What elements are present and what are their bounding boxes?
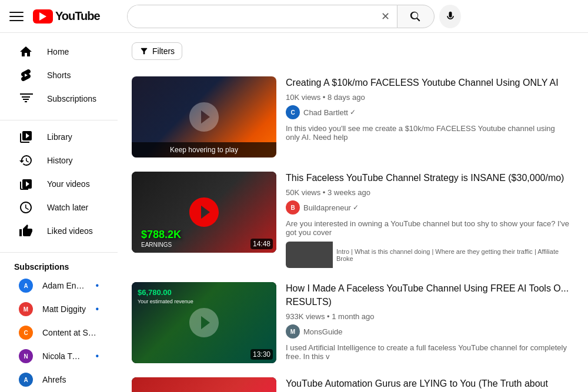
sidebar-divider-2 xyxy=(0,252,118,253)
channel-name-1: Chad Bartlett ✓ xyxy=(303,108,356,117)
youtube-wordmark: YouTube xyxy=(55,9,100,23)
video-info-3: How I Made A Faceless YouTube Channel Us… xyxy=(286,282,574,363)
duration-badge-3: 13:30 xyxy=(250,349,273,360)
mic-button[interactable] xyxy=(439,5,461,28)
clear-search-button[interactable]: ✕ xyxy=(373,5,397,28)
sidebar-item-liked-videos-label: Liked videos xyxy=(47,226,93,236)
subscription-avatar-adam-enfroy: A xyxy=(19,279,33,293)
video-item[interactable]: Keep hovering to play Creating A $10k/mo… xyxy=(132,69,574,165)
sidebar-nav-section: Home Shorts Subscriptions xyxy=(0,40,118,115)
search-input[interactable]: faceless youtube channel xyxy=(128,5,373,28)
library-icon xyxy=(19,130,33,144)
your-videos-icon xyxy=(19,177,33,191)
sidebar-item-subscriptions-label: Subscriptions xyxy=(47,94,96,103)
subscription-dot-adam-enfroy: • xyxy=(95,280,99,291)
video-desc-3: I used Artificial Intelligence to create… xyxy=(286,343,569,361)
video-desc-1: In this video you'll see me create a $10… xyxy=(286,124,569,142)
sidebar-item-home[interactable]: Home xyxy=(5,40,113,63)
subscription-item-nicola-tweed[interactable]: N Nicola Tweed • xyxy=(5,344,113,368)
subscription-avatar-content-at-scale: C xyxy=(19,326,33,340)
subscription-avatar-matt-diggity: M xyxy=(19,302,33,316)
video-info-4: YouTube Automation Gurus are LYING to Yo… xyxy=(286,377,574,392)
sidebar-item-history[interactable]: History xyxy=(5,149,113,172)
verified-icon-2: ✓ xyxy=(353,203,359,212)
channel-avatar-1: C xyxy=(286,105,300,119)
subscription-name-nicola-tweed: Nicola Tweed xyxy=(42,351,86,361)
subscription-dot-matt-diggity: • xyxy=(95,304,99,314)
channel-name-3: MonsGuide xyxy=(303,327,342,336)
search-button[interactable] xyxy=(397,5,435,28)
video-info-1: Creating A $10k/mo FACELESS Youtube Chan… xyxy=(286,76,574,158)
home-icon xyxy=(19,45,33,59)
sidebar-item-your-videos-label: Your videos xyxy=(47,179,90,189)
filters-button[interactable]: Filters xyxy=(132,42,182,60)
liked-videos-icon xyxy=(19,224,33,238)
channel-avatar-2: B xyxy=(286,200,300,215)
video-meta-1: C Chad Bartlett ✓ xyxy=(286,105,569,119)
sidebar-item-home-label: Home xyxy=(47,47,69,56)
video-meta-3: M MonsGuide xyxy=(286,324,569,339)
sidebar-item-shorts-label: Shorts xyxy=(47,71,71,80)
subscription-name-ahrefs: Ahrefs xyxy=(42,375,99,384)
header-center: faceless youtube channel ✕ xyxy=(127,5,461,28)
mic-icon xyxy=(445,11,456,22)
search-form: faceless youtube channel ✕ xyxy=(127,5,435,28)
preview-thumb-2 xyxy=(286,242,333,268)
watch-later-icon xyxy=(19,200,33,215)
video-stats-1: 10K views • 8 days ago xyxy=(286,93,569,102)
preview-strip-2: Intro | What is this channel doing | Whe… xyxy=(286,242,569,268)
sidebar-item-your-videos[interactable]: Your videos xyxy=(5,172,113,196)
filters-label: Filters xyxy=(152,46,175,56)
filter-icon xyxy=(139,46,149,56)
video-item-3[interactable]: $6,780.00 Your estimated revenue 13:30 H… xyxy=(132,275,574,370)
duration-badge-2: 14:48 xyxy=(250,239,273,249)
sidebar-item-watch-later-label: Watch later xyxy=(47,203,88,212)
sidebar-item-shorts[interactable]: Shorts xyxy=(5,63,113,87)
video-desc-2: Are you interested in owning a YouTube c… xyxy=(286,219,569,237)
video-item-2[interactable]: $788.2K EARNINGS 14:48 This Faceless You… xyxy=(132,165,574,275)
sidebar: Home Shorts Subscriptions Library xyxy=(0,33,118,392)
subscriptions-icon xyxy=(19,92,33,106)
subscription-item-content-at-scale[interactable]: C Content at Scale xyxy=(5,321,113,344)
video-item-4[interactable]: YouTube SCAM YouTube Automation Gurus ar… xyxy=(132,370,574,392)
sidebar-library-section: Library History Your videos Watch later … xyxy=(0,125,118,247)
channel-name-2: Buildapreneur ✓ xyxy=(303,203,359,212)
channel-avatar-3: M xyxy=(286,324,300,339)
shorts-icon xyxy=(19,68,33,82)
subscription-dot-nicola-tweed: • xyxy=(95,351,99,361)
subscription-name-matt-diggity: Matt Diggity xyxy=(42,304,86,314)
video-thumbnail-4: YouTube SCAM xyxy=(132,377,276,392)
subscription-avatar-ahrefs: A xyxy=(19,373,33,387)
header-left: YouTube xyxy=(9,9,127,24)
video-thumbnail-1: Keep hovering to play xyxy=(132,76,276,158)
search-input-wrap: faceless youtube channel ✕ xyxy=(127,5,397,28)
subscription-item-ahrefs[interactable]: A Ahrefs xyxy=(5,368,113,391)
sidebar-item-library[interactable]: Library xyxy=(5,125,113,149)
sidebar-item-watch-later[interactable]: Watch later xyxy=(5,196,113,219)
sidebar-subscriptions-section: Subscriptions A Adam Enfroy • M Matt Dig… xyxy=(0,257,118,392)
youtube-icon xyxy=(33,9,53,24)
video-list: Keep hovering to play Creating A $10k/mo… xyxy=(132,69,574,392)
hover-play-label: Keep hovering to play xyxy=(132,142,276,158)
main-content: Filters Keep hovering to play Creating A… xyxy=(118,33,588,392)
video-title-4: YouTube Automation Gurus are LYING to Yo… xyxy=(286,377,569,392)
video-title-2: This Faceless YouTube Channel Strategy i… xyxy=(286,172,569,185)
video-title-1: Creating A $10k/mo FACELESS Youtube Chan… xyxy=(286,76,569,89)
subscription-name-content-at-scale: Content at Scale xyxy=(42,328,99,337)
subscriptions-title: Subscriptions xyxy=(0,257,118,274)
subscription-avatar-nicola-tweed: N xyxy=(19,349,33,363)
sidebar-item-history-label: History xyxy=(47,156,73,165)
sidebar-item-liked-videos[interactable]: Liked videos xyxy=(5,219,113,243)
menu-button[interactable] xyxy=(9,9,24,24)
sidebar-divider-1 xyxy=(0,120,118,120)
video-thumbnail-2: $788.2K EARNINGS 14:48 xyxy=(132,172,276,253)
subscription-item-adam-enfroy[interactable]: A Adam Enfroy • xyxy=(5,274,113,297)
sidebar-item-subscriptions[interactable]: Subscriptions xyxy=(5,87,113,110)
verified-icon-1: ✓ xyxy=(350,108,356,116)
filters-bar: Filters xyxy=(132,42,574,60)
video-thumbnail-3: $6,780.00 Your estimated revenue 13:30 xyxy=(132,282,276,363)
youtube-logo[interactable]: YouTube xyxy=(33,9,100,24)
subscription-item-matt-diggity[interactable]: M Matt Diggity • xyxy=(5,297,113,321)
video-title-3: How I Made A Faceless YouTube Channel Us… xyxy=(286,282,569,309)
preview-label-2: Intro | What is this channel doing | Whe… xyxy=(333,246,569,264)
